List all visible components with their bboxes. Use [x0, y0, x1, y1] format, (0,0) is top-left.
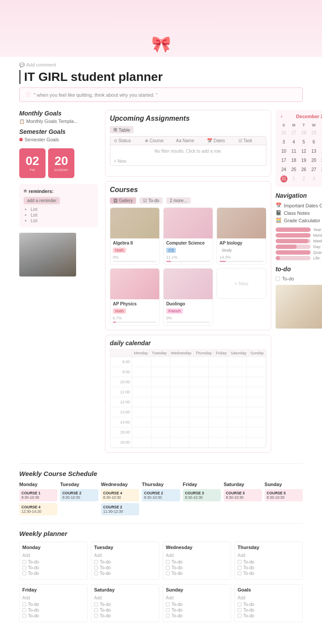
- planner-checkbox[interactable]: [22, 608, 26, 612]
- cal-day[interactable]: 13: [309, 147, 318, 156]
- course-card-algebra[interactable]: Algebra II Math 0%: [110, 207, 160, 265]
- course-card-physics[interactable]: AP Physics Math 6.7%: [110, 268, 160, 326]
- planner-add-sunday[interactable]: Add: [166, 595, 174, 600]
- planner-todo-item: To-do: [166, 602, 228, 607]
- cal-day[interactable]: 3: [309, 175, 318, 183]
- day-label: SUNDAY: [54, 168, 69, 172]
- slot-name: COURSE 4: [21, 505, 55, 509]
- cal-day[interactable]: 4: [289, 138, 299, 147]
- add-new-course-button[interactable]: + New: [217, 268, 266, 299]
- time-row-800: 8:00: [110, 357, 266, 367]
- cal-cell: [189, 397, 209, 407]
- course-card-duo[interactable]: Duolingo French 0%: [163, 268, 213, 326]
- cal-day[interactable]: 28: [319, 165, 322, 174]
- planner-checkbox[interactable]: [22, 602, 26, 606]
- cal-day[interactable]: 27: [289, 129, 299, 137]
- cal-day[interactable]: 18: [289, 156, 299, 165]
- progress-bar-fill: [276, 245, 297, 249]
- planner-checkbox[interactable]: [166, 566, 170, 570]
- cal-cell: [228, 387, 247, 397]
- planner-add-friday[interactable]: Add: [22, 595, 30, 600]
- planner-checkbox[interactable]: [22, 566, 26, 570]
- course-slot: COURSE 2 8:30-10:30: [142, 489, 180, 501]
- cal-day[interactable]: 3: [279, 138, 289, 147]
- planner-add-goals[interactable]: Add: [238, 595, 245, 600]
- cal-day[interactable]: 29: [309, 129, 318, 137]
- cal-day[interactable]: 12: [299, 147, 308, 156]
- cal-day[interactable]: 21: [319, 156, 322, 165]
- course-card-cs[interactable]: Computer Science CS 11.1%: [163, 207, 213, 265]
- planner-add-thursday[interactable]: Add: [238, 553, 245, 558]
- planner-checkbox[interactable]: [94, 614, 98, 618]
- planner-checkbox[interactable]: [238, 566, 242, 570]
- cal-day[interactable]: 24: [279, 165, 289, 174]
- planner-checkbox[interactable]: [94, 602, 98, 606]
- planner-checkbox[interactable]: [166, 608, 170, 612]
- todo-tab[interactable]: ☑ To-do: [140, 197, 163, 204]
- monthly-goals-link[interactable]: Monthly Goals Templa...: [19, 119, 98, 124]
- planner-checkbox[interactable]: [166, 602, 170, 606]
- cal-cell: [189, 367, 209, 377]
- gallery-tab[interactable]: 🖼 Gallery: [110, 197, 136, 204]
- cal-day[interactable]: 2: [299, 175, 308, 183]
- cal-day[interactable]: 5: [299, 138, 308, 147]
- planner-checkbox[interactable]: [238, 614, 242, 618]
- planner-checkbox[interactable]: [238, 560, 242, 564]
- cal-day[interactable]: 6: [309, 138, 318, 147]
- planner-checkbox[interactable]: [238, 602, 242, 606]
- cal-day[interactable]: 30: [319, 129, 322, 137]
- planner-checkbox[interactable]: [166, 571, 170, 575]
- course-card-bio[interactable]: AP biology Study 14.3%: [217, 207, 266, 265]
- cal-day[interactable]: 11: [289, 147, 299, 156]
- cal-day[interactable]: 10: [279, 147, 289, 156]
- add-reminder-button[interactable]: add a reminder: [24, 197, 60, 204]
- planner-checkbox[interactable]: [22, 571, 26, 575]
- cal-day[interactable]: 14: [319, 147, 322, 156]
- more-tab[interactable]: 2 more...: [166, 197, 190, 204]
- cal-day[interactable]: 7: [319, 138, 322, 147]
- course-slot: COURSE 3 8:30-10:30: [183, 489, 221, 501]
- planner-checkbox[interactable]: [238, 608, 242, 612]
- col-course: ⊕ Course: [141, 136, 172, 145]
- planner-checkbox[interactable]: [22, 560, 26, 564]
- planner-checkbox[interactable]: [22, 614, 26, 618]
- planner-todo-item: To-do: [22, 613, 84, 618]
- cal-day[interactable]: 20: [309, 156, 318, 165]
- cal-day-today[interactable]: 31: [280, 175, 287, 182]
- cal-day[interactable]: 17: [279, 156, 289, 165]
- cal-cell: [170, 427, 189, 437]
- add-comment-link[interactable]: Add comment: [19, 62, 303, 67]
- planner-checkbox[interactable]: [94, 571, 98, 575]
- planner-add-saturday[interactable]: Add: [94, 595, 102, 600]
- planner-add-tuesday[interactable]: Add: [94, 553, 102, 558]
- new-row-button[interactable]: + New: [110, 157, 266, 165]
- cal-day[interactable]: 19: [299, 156, 308, 165]
- cal-day[interactable]: 1: [289, 175, 299, 183]
- planner-checkbox[interactable]: [166, 560, 170, 564]
- cal-day[interactable]: 27: [309, 165, 318, 174]
- cal-day[interactable]: 28: [299, 129, 308, 137]
- cal-prev-button[interactable]: ‹: [279, 113, 284, 119]
- planner-checkbox[interactable]: [238, 571, 242, 575]
- planner-checkbox[interactable]: [166, 614, 170, 618]
- planner-checkbox[interactable]: [94, 560, 98, 564]
- semester-goals-link[interactable]: Semester Goals: [19, 137, 98, 142]
- weekly-course-grid: Monday COURSE 1 8:30-10:30 COURSE 4 12:3…: [19, 482, 303, 517]
- planner-checkbox[interactable]: [94, 566, 98, 570]
- cal-cell: [170, 367, 189, 377]
- planner-add-wednesday[interactable]: Add: [166, 553, 174, 558]
- cal-day[interactable]: 26: [299, 165, 308, 174]
- cal-cell: [151, 367, 171, 377]
- cal-day[interactable]: 4: [319, 175, 322, 183]
- cal-day[interactable]: 25: [289, 165, 299, 174]
- planner-checkbox[interactable]: [94, 608, 98, 612]
- course-name: Computer Science: [166, 241, 210, 245]
- todo-checkbox[interactable]: [276, 276, 280, 281]
- important-dates-link[interactable]: 📅 Important Dates Calendar: [276, 203, 322, 208]
- cal-day[interactable]: 26: [279, 129, 289, 137]
- planner-day-tuesday: Tuesday: [94, 545, 156, 550]
- planner-add-monday[interactable]: Add: [22, 553, 30, 558]
- table-tab[interactable]: ⊞ Table: [110, 126, 133, 133]
- grade-calculator-link[interactable]: 🧮 Grade Calculator: [276, 217, 322, 223]
- class-notes-link[interactable]: 📓 Class Notes: [276, 210, 322, 216]
